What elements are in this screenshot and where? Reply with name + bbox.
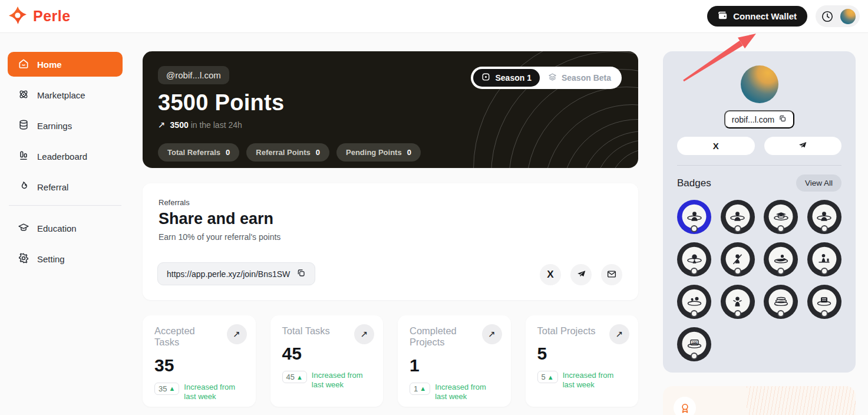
panel-divider: [677, 165, 841, 166]
total-referrals-pill: Total Referrals0: [158, 143, 239, 162]
award-medal-icon: [674, 397, 696, 415]
completed-projects-card: Completed Projects ↗ 1 1▲ Increased from…: [398, 315, 511, 407]
badges-title: Badges: [677, 177, 711, 189]
badge-combo-master-1[interactable]: [764, 285, 798, 319]
season-beta-tab[interactable]: Season Beta: [540, 69, 619, 87]
badge-researcher[interactable]: [721, 200, 755, 234]
arrow-up-right-icon: ↗: [488, 329, 496, 340]
main-content: @robif...l.com 3500 Points ↗ 3500 in the…: [143, 51, 638, 407]
delta-chip: 35▲: [154, 383, 179, 395]
badge-accuracy-guardian[interactable]: [721, 285, 755, 319]
badges-grid: 100: [677, 200, 841, 361]
badge-mastermind[interactable]: [677, 242, 711, 276]
x-logo-icon: X: [547, 269, 553, 281]
total-projects-value: 5: [537, 344, 627, 364]
sidebar-nav: Home Marketplace Earnings: [8, 52, 123, 277]
sidebar-item-earnings[interactable]: Earnings: [8, 113, 123, 138]
badge-combo-master-2[interactable]: [807, 285, 841, 319]
total-tasks-card: Total Tasks ↗ 45 45▲ Increased from last…: [270, 315, 384, 407]
sidebar-item-home[interactable]: Home: [8, 52, 123, 77]
share-telegram-button[interactable]: [570, 264, 592, 285]
season-toggle: Season 1 Season Beta: [471, 67, 622, 89]
badge-marathoner[interactable]: [807, 242, 841, 276]
total-projects-card: Total Projects ↗ 5 5▲ Increased from las…: [526, 315, 639, 407]
connect-wallet-button[interactable]: Connect Wallet: [707, 6, 807, 27]
points-delta: ↗ 3500 in the last 24h: [158, 120, 623, 130]
delta-chip: 5▲: [537, 371, 558, 383]
share-x-button[interactable]: X: [540, 264, 561, 285]
copy-icon: [778, 114, 787, 124]
points-hero-card: @robif...l.com 3500 Points ↗ 3500 in the…: [143, 51, 638, 168]
triangle-up-icon: ▲: [296, 374, 303, 381]
badge-novice[interactable]: [677, 200, 711, 234]
rewards-teaser-card[interactable]: [663, 386, 856, 415]
completed-projects-value: 1: [410, 355, 499, 376]
sidebar-item-education[interactable]: Education: [8, 216, 123, 241]
hero-handle-badge: @robif...l.com: [158, 66, 229, 84]
wallet-icon: [718, 11, 728, 22]
user-avatar[interactable]: [840, 9, 856, 24]
triangle-up-icon: ▲: [420, 385, 426, 392]
sidebar-divider: [9, 205, 121, 206]
arrow-up-right-icon: ↗: [233, 329, 240, 340]
earnings-icon: [18, 119, 29, 133]
education-icon: [18, 222, 29, 235]
trend-up-icon: ↗: [158, 120, 166, 130]
profile-panel: robif...l.com X Badges View All: [663, 51, 856, 373]
badge-combo-master-3[interactable]: 100: [677, 327, 711, 361]
season-disc-icon: [481, 73, 490, 83]
profile-telegram-button[interactable]: [764, 137, 842, 155]
gear-icon: [18, 252, 29, 266]
referral-link-copy[interactable]: https://app.perle.xyz/join/Bns1SW: [157, 262, 315, 285]
accepted-tasks-link-button[interactable]: ↗: [227, 324, 247, 344]
x-logo-icon: X: [713, 141, 719, 151]
profile-handle-copy[interactable]: robif...l.com: [724, 110, 794, 129]
referrals-subtitle: Earn 10% of your referral's points: [159, 232, 622, 242]
share-buttons: X: [540, 264, 622, 285]
view-all-badges-button[interactable]: View All: [796, 174, 841, 192]
sidebar-item-leaderboard[interactable]: Leaderboard: [8, 144, 123, 169]
perle-logo[interactable]: Perle: [8, 6, 71, 27]
share-email-button[interactable]: [601, 264, 622, 285]
svg-text:100: 100: [691, 341, 697, 344]
pending-points-pill: Pending Points0: [336, 143, 421, 162]
sidebar-item-referral[interactable]: Referral: [8, 174, 123, 199]
stripes-decoration: [747, 386, 856, 415]
brand-name: Perle: [33, 8, 71, 25]
history-clock-icon[interactable]: [820, 9, 834, 24]
delta-chip: 1▲: [410, 383, 430, 395]
copy-icon: [296, 268, 306, 279]
referrals-card: Referrals Share and earn Earn 10% of you…: [143, 183, 638, 300]
leaderboard-icon: [18, 150, 29, 163]
badge-speed-demon[interactable]: [764, 242, 798, 276]
total-projects-link-button[interactable]: ↗: [609, 324, 629, 344]
sidebar-item-marketplace[interactable]: Marketplace: [8, 83, 123, 107]
total-tasks-link-button[interactable]: ↗: [354, 324, 374, 344]
layers-icon: [548, 73, 557, 83]
triangle-up-icon: ▲: [547, 374, 554, 381]
referral-points-pill: Referral Points0: [246, 143, 329, 162]
profile-avatar: [741, 65, 778, 103]
marketplace-icon: [18, 88, 29, 102]
sidebar-item-setting[interactable]: Setting: [8, 246, 123, 271]
perle-star-icon: [8, 6, 27, 27]
completed-projects-link-button[interactable]: ↗: [482, 324, 502, 344]
stats-row: Accepted Tasks ↗ 35 35▲ Increased from l…: [143, 315, 638, 407]
telegram-icon: [798, 140, 807, 151]
delta-chip: 45▲: [282, 371, 307, 383]
season-1-tab[interactable]: Season 1: [473, 69, 539, 87]
triangle-up-icon: ▲: [169, 385, 175, 392]
badge-bug-hunter[interactable]: [677, 285, 711, 319]
arrow-up-right-icon: ↗: [361, 329, 368, 340]
points-total: 3500 Points: [158, 90, 623, 116]
badge-professor[interactable]: [807, 200, 841, 234]
badge-trailblazer[interactable]: [721, 242, 755, 276]
top-header: Perle Connect Wallet: [0, 0, 868, 33]
flame-icon: [18, 180, 29, 194]
badge-scholar[interactable]: [764, 200, 798, 234]
email-icon: [606, 269, 617, 281]
total-tasks-value: 45: [282, 344, 372, 364]
share-and-earn-title: Share and earn: [159, 210, 622, 228]
profile-x-button[interactable]: X: [677, 137, 755, 155]
home-icon: [18, 58, 29, 71]
